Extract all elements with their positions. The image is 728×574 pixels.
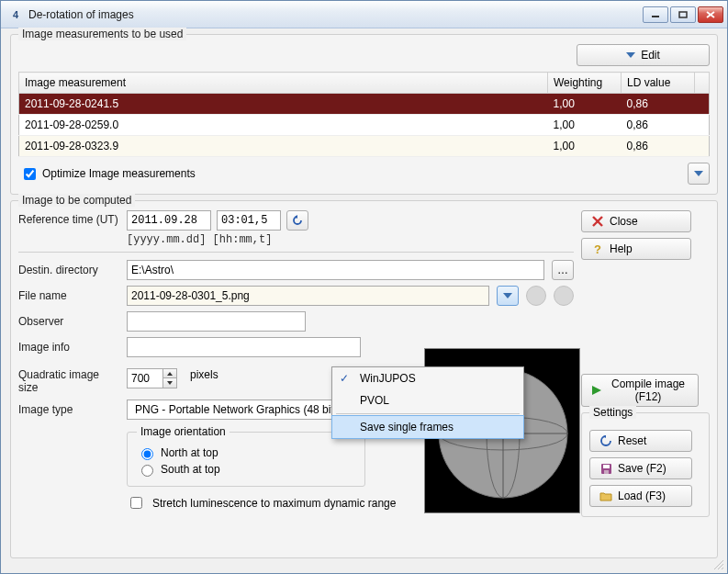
resize-grip[interactable]	[712, 558, 725, 571]
reset-icon	[599, 434, 612, 447]
app-window: 4 De-rotation of images Image measuremen…	[0, 0, 728, 574]
browse-dir-button[interactable]: …	[552, 260, 574, 280]
save-label: Save (F2)	[618, 462, 666, 475]
edit-button-label: Edit	[641, 49, 660, 62]
settings-title: Settings	[589, 406, 636, 419]
measurements-group-title: Image measurements to be used	[18, 28, 186, 40]
chevron-down-icon	[503, 293, 512, 298]
maximize-button[interactable]	[670, 6, 696, 23]
compute-group-title: Image to be computed	[18, 194, 135, 207]
table-row[interactable]: 2011-09-28-0241.51,000,86	[19, 94, 710, 115]
optimize-label: Optimize Image measurements	[42, 167, 196, 180]
svg-line-16	[722, 568, 723, 569]
optimize-checkbox[interactable]	[24, 168, 36, 180]
dest-dir-input[interactable]	[127, 260, 544, 280]
reset-time-button[interactable]	[286, 210, 308, 231]
undo-icon	[291, 214, 304, 227]
chevron-down-icon	[694, 171, 703, 176]
stretch-checkbox[interactable]	[130, 497, 142, 509]
ref-time-label: Reference time (UT)	[18, 210, 119, 226]
table-row[interactable]: 2011-09-28-0259.01,000,86	[19, 115, 710, 136]
table-row[interactable]: 2011-09-28-0323.91,000,86	[19, 136, 710, 157]
north-label: North at top	[161, 446, 218, 459]
save-icon	[599, 462, 612, 475]
image-type-label: Image type	[18, 403, 119, 416]
preview-slot-1[interactable]	[526, 286, 546, 306]
close-window-button[interactable]	[698, 6, 723, 23]
measurements-table[interactable]: Image measurement Weighting LD value 201…	[18, 72, 710, 157]
close-label: Close	[610, 215, 638, 228]
compile-label: Compile image (F12)	[608, 377, 689, 404]
menu-item-winjupos[interactable]: WinJUPOS	[332, 367, 523, 389]
preview-slot-2[interactable]	[554, 286, 574, 306]
stretch-label: Stretch luminescence to maximum dynamic …	[152, 497, 396, 510]
help-button[interactable]: ? Help	[581, 238, 691, 260]
load-label: Load (F3)	[618, 490, 666, 502]
quad-size-down[interactable]	[163, 378, 176, 388]
titlebar: 4 De-rotation of images	[1, 1, 727, 28]
file-name-input[interactable]	[127, 286, 489, 306]
edit-button[interactable]: Edit	[577, 44, 710, 66]
app-icon: 4	[8, 7, 23, 22]
compile-button[interactable]: Compile image (F12)	[581, 374, 699, 407]
reset-label: Reset	[618, 434, 646, 447]
col-scroll	[695, 73, 710, 94]
menu-item-save-frames[interactable]: Save single frames	[331, 415, 524, 439]
ref-date-input[interactable]	[127, 210, 211, 231]
north-radio[interactable]	[141, 448, 153, 460]
col-measurement[interactable]: Image measurement	[19, 73, 548, 94]
file-name-label: File name	[18, 289, 119, 302]
file-dropdown-button[interactable]	[497, 286, 519, 306]
orientation-group: Image orientation North at top South at …	[127, 425, 365, 487]
col-weighting[interactable]: Weighting	[548, 73, 622, 94]
col-ldvalue[interactable]: LD value	[622, 73, 695, 94]
close-button[interactable]: Close	[581, 210, 691, 232]
dest-dir-label: Destin. directory	[18, 264, 119, 276]
svg-rect-1	[679, 12, 687, 17]
quad-unit: pixels	[190, 368, 218, 381]
observer-label: Observer	[18, 315, 119, 328]
quad-size-label: Quadratic image size	[18, 368, 119, 394]
menu-separator	[336, 413, 520, 414]
help-label: Help	[610, 242, 633, 255]
help-icon: ?	[591, 242, 604, 255]
save-button[interactable]: Save (F2)	[589, 457, 692, 479]
measurements-group: Image measurements to be used Edit Image…	[10, 34, 718, 195]
quad-size-input[interactable]	[127, 368, 163, 388]
menu-item-pvol[interactable]: PVOL	[332, 389, 523, 411]
file-format-menu: WinJUPOS PVOL Save single frames	[331, 366, 524, 439]
image-info-label: Image info	[18, 341, 119, 354]
ref-time-format: [yyyy.mm.dd] [hh:mm,t]	[127, 233, 308, 246]
south-radio[interactable]	[141, 465, 153, 477]
load-button[interactable]: Load (F3)	[589, 485, 692, 507]
svg-rect-8	[604, 470, 609, 474]
quad-size-up[interactable]	[163, 369, 176, 378]
expand-down-button[interactable]	[688, 163, 710, 185]
ref-time-input[interactable]	[217, 210, 281, 231]
minimize-button[interactable]	[643, 6, 668, 23]
orientation-title: Image orientation	[137, 425, 230, 438]
close-icon	[591, 215, 604, 228]
image-info-input[interactable]	[127, 337, 361, 357]
reset-button[interactable]: Reset	[589, 430, 692, 452]
south-label: South at top	[161, 463, 220, 476]
chevron-down-icon	[626, 52, 635, 58]
play-icon	[591, 384, 602, 397]
svg-rect-7	[603, 465, 610, 468]
folder-icon	[599, 490, 612, 502]
ellipsis-icon: …	[557, 264, 568, 276]
window-title: De-rotation of images	[28, 8, 643, 21]
settings-group: Settings Reset Save (F2) Load (F3)	[581, 412, 710, 517]
observer-input[interactable]	[127, 311, 306, 332]
